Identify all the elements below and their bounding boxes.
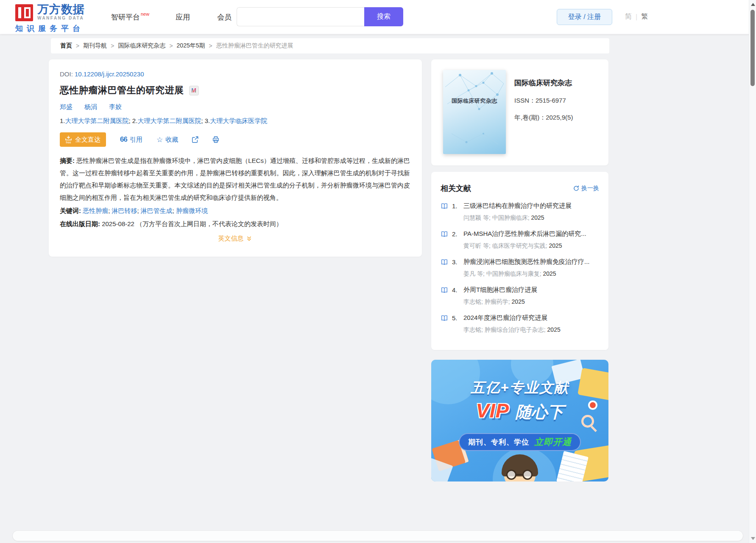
lang-divider: |: [636, 13, 637, 21]
vip-promo-banner[interactable]: 五亿+专业文献 VIP 随心下 期刊、专利、学位 立即开通: [431, 360, 608, 481]
banner-vip-rest-text: 随心下: [516, 403, 564, 421]
list-item: 2. PA-MSHA治疗恶性肿瘤术后淋巴漏的研究... 黄可昕 等; 临床医学研…: [441, 230, 599, 250]
breadcrumb-journal[interactable]: 国际临床研究杂志: [118, 42, 165, 50]
refresh-icon: [573, 185, 579, 191]
breadcrumb-issue[interactable]: 2025年5期: [177, 42, 205, 50]
book-icon: [441, 314, 448, 322]
keyword-link[interactable]: 肿瘤微环境: [176, 207, 208, 214]
doi-link[interactable]: 10.12208/j.ijcr.20250230: [75, 70, 144, 78]
login-register-button[interactable]: 登录 / 注册: [557, 9, 612, 25]
free-download-icon: free: [65, 136, 72, 144]
medical-badge-icon: M: [189, 86, 199, 95]
language-switch: 简 | 繁: [625, 12, 648, 21]
related-articles-list: 1. 三级淋巴结构在肿瘤治疗中的研究进展 闫慧颖 等; 中国肿瘤临床; 2025…: [441, 202, 599, 334]
abstract-label: 摘要:: [60, 157, 75, 164]
scroll-up-arrow-icon[interactable]: [751, 3, 755, 6]
cite-button[interactable]: 66 引用: [120, 135, 142, 144]
article-action-bar: free 全文直达 66 引用 ☆ 收藏: [60, 132, 410, 147]
keyword-list: 关键词: 恶性肿瘤; 淋巴转移; 淋巴管生成; 肿瘤微环境: [60, 207, 410, 215]
scroll-down-arrow-icon[interactable]: [751, 537, 755, 540]
related-item-meta: 姜凡 等; 中国肿瘤临床与康复;: [463, 270, 543, 277]
nav-item-member[interactable]: 会员: [217, 12, 232, 22]
related-articles-title: 相关文献: [441, 183, 471, 193]
page-title: 恶性肿瘤淋巴管生的研究进展: [60, 84, 184, 97]
related-item-number: 5.: [452, 314, 463, 322]
keyword-link[interactable]: 恶性肿瘤: [83, 207, 108, 214]
breadcrumb-separator: >: [209, 42, 212, 49]
volume-label: 年,卷(期)：: [514, 114, 546, 121]
printer-icon: [212, 136, 220, 143]
breadcrumb-current-article: 恶性肿瘤淋巴管生的研究进展: [216, 42, 293, 50]
favorite-button[interactable]: ☆ 收藏: [156, 135, 178, 144]
affiliation-list: 1.大理大学第二附属医院; 2.大理大学第二附属医院; 3.大理大学临床医学院: [60, 117, 410, 125]
keywords-label: 关键词:: [60, 207, 81, 214]
author-link[interactable]: 郑盛: [60, 103, 73, 111]
affiliation-link[interactable]: 大理大学第二附属医院: [65, 117, 129, 124]
top-header: 万方数据 WANFANG DATA 知识服务平台 智研平台new 应用 会员 搜…: [0, 0, 756, 34]
breadcrumb-separator: >: [111, 42, 114, 49]
journal-cover-network-art: [443, 70, 506, 154]
related-item-number: 4.: [452, 286, 463, 294]
horizontal-scrollbar-thumb[interactable]: [13, 531, 743, 541]
affiliation-index: 2.: [132, 117, 138, 124]
book-icon: [441, 202, 448, 210]
nav-item-apps[interactable]: 应用: [176, 12, 190, 22]
breadcrumb-separator: >: [76, 42, 79, 49]
breadcrumb-home[interactable]: 首页: [60, 42, 72, 50]
author-link[interactable]: 李姣: [109, 103, 122, 111]
lang-traditional[interactable]: 繁: [641, 12, 648, 21]
vertical-scrollbar-thumb[interactable]: [750, 10, 755, 86]
related-articles-card: 相关文献 换一换 1. 三级淋巴结构在肿瘤治疗中的研究进展 闫慧颖 等; 中国肿…: [431, 172, 608, 350]
affiliation-link[interactable]: 大理大学临床医学院: [210, 117, 267, 124]
related-article-link[interactable]: 三级淋巴结构在肿瘤治疗中的研究进展: [463, 202, 572, 210]
banner-vip-text: VIP: [476, 399, 509, 422]
nav-item-zhiyan[interactable]: 智研平台new: [111, 12, 148, 22]
banner-cta-categories: 期刊、专利、学位: [468, 437, 529, 447]
related-item-number: 3.: [452, 258, 463, 266]
banner-cta-pill[interactable]: 期刊、专利、学位 立即开通: [459, 433, 581, 451]
refresh-related-button[interactable]: 换一换: [573, 185, 599, 192]
related-item-year: 2025: [543, 270, 556, 277]
breadcrumb: 首页 > 期刊导航 > 国际临床研究杂志 > 2025年5期 > 恶性肿瘤淋巴管…: [51, 38, 609, 53]
share-icon: [191, 136, 199, 143]
related-article-link[interactable]: 肿瘤浸润淋巴细胞预测恶性肿瘤免疫治疗疗...: [463, 258, 590, 266]
list-item: 5. 2024年度淋巴瘤治疗研究进展 李志铭; 肿瘤综合治疗电子杂志; 2025: [441, 314, 599, 334]
related-item-year: 2025: [531, 214, 544, 221]
abstract-paragraph: 摘要: 恶性肿瘤淋巴管生成是指在肿瘤微环境中，淋巴管内皮细胞（LECs）通过增殖…: [60, 155, 410, 204]
english-info-toggle[interactable]: 英文信息: [60, 235, 410, 243]
search-button[interactable]: 搜索: [364, 7, 403, 26]
journal-cover[interactable]: 国际临床研究杂志: [443, 70, 506, 154]
related-article-link[interactable]: 2024年度淋巴瘤治疗研究进展: [463, 314, 547, 322]
book-icon: [441, 230, 448, 238]
online-publish-date: 在线出版日期: 2025-08-22 （万方平台首次上网日期，不代表论文的发表时…: [60, 220, 410, 228]
search-bar: 搜索: [237, 7, 403, 26]
fulltext-button[interactable]: free 全文直达: [60, 132, 106, 147]
lang-simplified[interactable]: 简: [625, 12, 632, 21]
issn-label: ISSN：: [514, 97, 536, 104]
share-button[interactable]: [191, 136, 199, 143]
search-input[interactable]: [237, 7, 364, 26]
banner-headline: 五亿+专业文献: [431, 378, 608, 397]
related-item-meta: 闫慧颖 等; 中国肿瘤临床;: [463, 214, 531, 221]
journal-name-link[interactable]: 国际临床研究杂志: [514, 78, 573, 88]
related-item-meta: 李志铭; 肿瘤药学;: [463, 298, 512, 305]
logo-title: 万方数据: [37, 3, 85, 15]
vertical-scrollbar[interactable]: [749, 0, 756, 543]
issn-value: 2515-6977: [536, 97, 566, 104]
logo-platform-name: 知识服务平台: [15, 23, 85, 34]
keyword-link[interactable]: 淋巴转移: [112, 207, 137, 214]
publish-date-note: （万方平台首次上网日期，不代表论文的发表时间）: [136, 220, 282, 227]
keyword-link[interactable]: 淋巴管生成: [141, 207, 173, 214]
journal-cover-title: 国际临床研究杂志: [443, 97, 506, 105]
wanfang-logo[interactable]: 万方数据 WANFANG DATA 知识服务平台: [15, 3, 85, 34]
print-button[interactable]: [212, 136, 220, 143]
related-article-link[interactable]: 外周T细胞淋巴瘤治疗进展: [463, 286, 537, 294]
author-link[interactable]: 杨涓: [84, 103, 97, 111]
new-badge: new: [141, 11, 149, 17]
related-article-link[interactable]: PA-MSHA治疗恶性肿瘤术后淋巴漏的研究...: [463, 230, 586, 238]
affiliation-link[interactable]: 大理大学第二附属医院: [137, 117, 201, 124]
publish-date-label: 在线出版日期:: [60, 220, 100, 227]
affiliation-index: 1.: [60, 117, 65, 124]
breadcrumb-journal-nav[interactable]: 期刊导航: [83, 42, 107, 50]
related-item-number: 1.: [452, 202, 463, 210]
